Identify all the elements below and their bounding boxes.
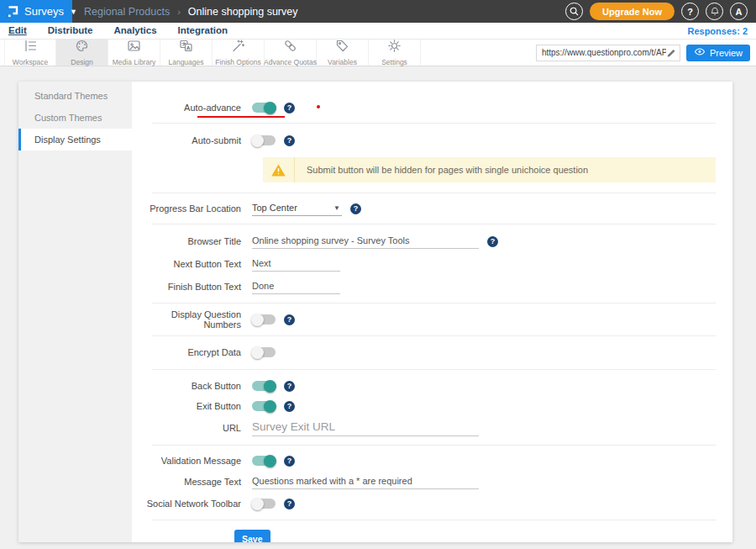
auto-advance-row: Auto-advance ? — [132, 98, 732, 118]
auto-submit-label: Auto-submit — [132, 135, 252, 145]
display-question-numbers-label: Display Question Numbers — [132, 309, 252, 330]
product-name: Surveys — [24, 5, 64, 18]
toolbar-tab-languages[interactable]: Languages — [160, 40, 213, 66]
validation-message-help-icon[interactable]: ? — [284, 456, 295, 467]
surveys-menu[interactable]: Surveys ▼ — [0, 0, 72, 23]
annotation-red-dot — [317, 105, 320, 108]
encrypt-data-row: Encrypt Data — [132, 342, 732, 362]
sidebar-item-custom-themes[interactable]: Custom Themes — [18, 107, 132, 129]
browser-title-label: Browser Title — [132, 236, 252, 246]
breadcrumb-separator-icon: › — [177, 7, 181, 17]
display-question-numbers-row: Display Question Numbers ? — [132, 309, 732, 330]
exit-url-label: URL — [132, 423, 252, 433]
next-button-text-input[interactable] — [252, 256, 340, 272]
survey-url-value: https://www.questionpro.com/t/APNrFZ — [542, 48, 666, 57]
breadcrumb-current: Online shopping survey — [188, 6, 298, 18]
preview-button[interactable]: Preview — [686, 45, 750, 61]
validation-message-label: Validation Message — [132, 456, 252, 466]
translate-icon — [179, 39, 193, 56]
toolbar-tab-design[interactable]: Design — [56, 40, 108, 66]
workspace-list-icon — [24, 39, 38, 56]
back-button-row: Back Button ? — [132, 377, 732, 394]
avatar[interactable]: A — [730, 3, 748, 20]
sidebar-item-standard-themes[interactable]: Standard Themes — [18, 85, 132, 107]
tab-edit[interactable]: Edit — [8, 25, 27, 36]
survey-url-field[interactable]: https://www.questionpro.com/t/APNrFZ — [536, 45, 680, 61]
divider — [152, 193, 716, 193]
toolbar-tab-finish-options[interactable]: Finish Options — [213, 40, 265, 66]
display-question-numbers-toggle[interactable] — [252, 314, 276, 325]
toolbar-tab-settings[interactable]: Settings — [369, 40, 421, 66]
browser-title-input[interactable] — [252, 234, 479, 249]
upgrade-now-button[interactable]: Upgrade Now — [590, 3, 675, 20]
auto-submit-help-icon[interactable]: ? — [284, 135, 295, 146]
notifications-bell-icon[interactable] — [706, 3, 723, 20]
back-button-toggle[interactable] — [252, 381, 276, 391]
divider — [152, 520, 716, 520]
next-button-text-label: Next Button Text — [132, 259, 252, 269]
responses-count[interactable]: Responses: 2 — [687, 26, 748, 36]
exit-button-label: Exit Button — [132, 401, 252, 411]
browser-title-help-icon[interactable]: ? — [487, 236, 498, 247]
progress-bar-location-select[interactable]: Top Center ▼ — [252, 201, 342, 216]
chain-links-icon — [283, 39, 297, 56]
progress-bar-location-row: Progress Bar Location Top Center ▼ ? — [132, 198, 732, 219]
social-network-toolbar-row: Social Network Toolbar ? — [132, 494, 732, 513]
exit-button-toggle[interactable] — [252, 401, 276, 411]
finish-button-text-input[interactable] — [252, 279, 340, 294]
design-toolbar: Workspace Design Media Library — [0, 40, 756, 66]
social-network-toolbar-toggle[interactable] — [252, 499, 276, 509]
auto-submit-row: Auto-submit ? — [132, 130, 732, 150]
auto-advance-label: Auto-advance — [132, 103, 252, 113]
search-icon[interactable] — [565, 3, 583, 20]
breadcrumb-parent[interactable]: Regional Products — [84, 6, 170, 18]
toolbar-tab-variables[interactable]: Variables — [317, 40, 369, 66]
tab-analytics[interactable]: Analytics — [113, 25, 156, 36]
tab-distribute[interactable]: Distribute — [48, 25, 93, 36]
annotation-underline-auto-advance — [197, 116, 285, 119]
chevron-down-icon: ▼ — [70, 8, 77, 16]
divider — [152, 224, 716, 224]
toolbar-tab-advance-quotas[interactable]: Advance Quotas — [265, 40, 317, 66]
divider — [152, 303, 716, 304]
select-caret-icon: ▼ — [333, 204, 340, 212]
exit-url-input[interactable]: Survey Exit URL — [252, 420, 479, 436]
encrypt-data-label: Encrypt Data — [132, 347, 252, 357]
auto-submit-toggle[interactable] — [252, 135, 276, 145]
exit-button-row: Exit Button ? — [132, 398, 732, 414]
save-button[interactable]: Save — [234, 530, 270, 542]
display-settings-panel: Standard Themes Custom Themes Display Se… — [18, 82, 732, 542]
display-question-numbers-help-icon[interactable]: ? — [284, 314, 295, 325]
display-settings-form: Auto-advance ? Auto-submit ? Submit butt… — [132, 82, 732, 542]
divider — [152, 123, 716, 124]
message-text-input[interactable] — [252, 474, 479, 489]
progress-bar-location-label: Progress Bar Location — [132, 203, 252, 214]
auto-advance-toggle[interactable] — [252, 103, 276, 113]
next-button-text-row: Next Button Text — [132, 254, 732, 274]
back-button-label: Back Button — [132, 381, 252, 391]
divider — [152, 369, 716, 370]
themes-sidebar: Standard Themes Custom Themes Display Se… — [18, 82, 132, 542]
validation-message-toggle[interactable] — [252, 456, 276, 466]
social-network-toolbar-label: Social Network Toolbar — [132, 499, 252, 509]
toolbar-tab-media-library[interactable]: Media Library — [108, 40, 160, 66]
tab-integration[interactable]: Integration — [178, 25, 228, 36]
finish-button-text-row: Finish Button Text — [132, 277, 732, 297]
pencil-icon[interactable] — [666, 48, 676, 58]
help-button[interactable]: ? — [681, 3, 699, 20]
encrypt-data-toggle[interactable] — [252, 347, 276, 357]
warning-triangle-icon — [263, 157, 295, 182]
toolbar-tab-workspace[interactable]: Workspace — [4, 40, 56, 66]
submit-hidden-warning: Submit button will be hidden for pages w… — [263, 157, 716, 182]
progress-bar-help-icon[interactable]: ? — [350, 203, 361, 214]
sidebar-item-display-settings[interactable]: Display Settings — [18, 129, 132, 150]
palette-icon — [75, 39, 89, 56]
validation-message-row: Validation Message ? — [132, 452, 732, 469]
exit-button-help-icon[interactable]: ? — [284, 401, 295, 412]
tag-icon — [335, 39, 349, 56]
message-text-label: Message Text — [132, 477, 252, 487]
social-network-toolbar-help-icon[interactable]: ? — [284, 499, 295, 509]
auto-advance-help-icon[interactable]: ? — [284, 103, 295, 113]
back-button-help-icon[interactable]: ? — [284, 381, 295, 392]
breadcrumb: Regional Products › Online shopping surv… — [84, 6, 297, 18]
